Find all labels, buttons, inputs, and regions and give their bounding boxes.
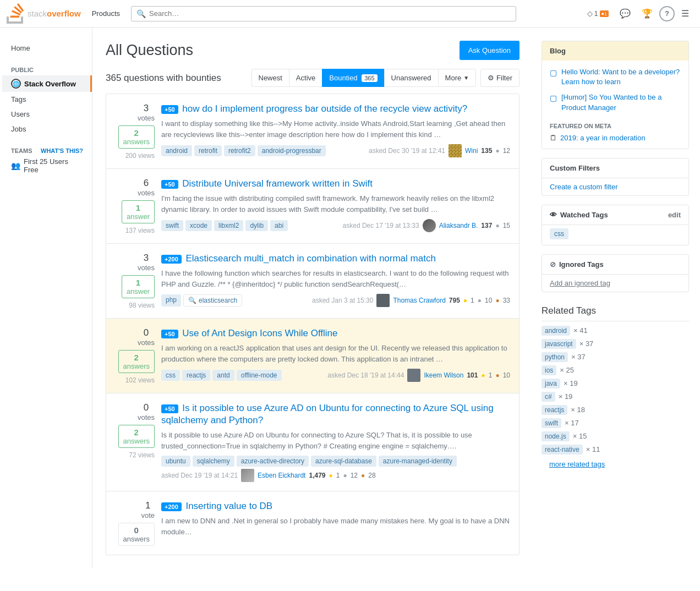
whats-this-link[interactable]: What's this? (41, 147, 83, 154)
related-tag[interactable]: android (542, 326, 570, 336)
avatar (423, 219, 436, 232)
tag-libxml2[interactable]: libxml2 (214, 220, 243, 231)
question-body: +200 Elasticsearch multi_match in combin… (161, 253, 510, 309)
question-tags-meta: css reactjs antd offline-mode asked Dec … (161, 369, 510, 382)
create-custom-filter-link[interactable]: Create a custom filter (542, 178, 688, 195)
user-name[interactable]: Aliaksandr B. (439, 222, 478, 229)
tab-newest[interactable]: Newest (251, 69, 289, 87)
user-name[interactable]: Wini (465, 147, 478, 155)
tag-swift[interactable]: swift (161, 220, 183, 231)
inbox-btn[interactable]: 💬 (615, 5, 635, 22)
related-tag[interactable]: python (542, 352, 568, 362)
bounty-badge: +200 (161, 255, 182, 264)
custom-filters-header: Custom Filters (542, 158, 688, 178)
blog-link[interactable]: [Humor] So You Wanted to be a Product Ma… (561, 92, 681, 112)
tag-dylib[interactable]: dylib (245, 220, 268, 231)
sidebar-item-tags[interactable]: Tags (2, 92, 92, 107)
tag-offline-mode[interactable]: offline-mode (237, 370, 282, 381)
avatar (449, 144, 462, 157)
user-name[interactable]: Esben Eickhardt (258, 472, 305, 479)
blog-link[interactable]: Hello World: Want to be a developer? Lea… (561, 67, 681, 87)
tag-elasticsearch[interactable]: 🔍elasticsearch (183, 294, 242, 307)
user-rep: 101 (467, 371, 478, 379)
tab-unanswered[interactable]: Unanswered (384, 69, 438, 87)
search-input[interactable] (149, 9, 511, 18)
tag-xcode[interactable]: xcode (185, 220, 212, 231)
ask-question-button[interactable]: Ask Question (460, 41, 519, 60)
question-title[interactable]: Use of Ant Design Icons While Offline (182, 328, 337, 338)
watched-edit-link[interactable]: edit (668, 211, 681, 219)
tag-retrofit[interactable]: retrofit (194, 145, 222, 156)
tag-css[interactable]: css (161, 370, 180, 381)
tag-antd[interactable]: antd (212, 370, 234, 381)
ignored-tags-box: ⊘ Ignored Tags Add an ignored tag (542, 254, 689, 292)
tag-android-progressbar[interactable]: android-progressbar (258, 145, 326, 156)
ignored-tags-header: ⊘ Ignored Tags (542, 255, 688, 275)
tag-android[interactable]: android (161, 145, 192, 156)
related-tag[interactable]: swift (542, 418, 561, 428)
related-tag[interactable]: ios (542, 365, 556, 375)
tab-active[interactable]: Active (289, 69, 322, 87)
header-icons: ◇ 1 ●1 💬 🏆 ? ☰ (583, 5, 693, 22)
user-gold-badge: ● (481, 371, 485, 379)
question-title[interactable]: Distribute Universal framework written i… (182, 178, 373, 189)
add-ignored-tag-link[interactable]: Add an ignored tag (542, 275, 688, 292)
question-title[interactable]: Elasticsearch multi_match in combination… (185, 253, 435, 264)
tag-azure-ad[interactable]: azure-active-directory (237, 456, 309, 467)
tag-azure-sql[interactable]: azure-sql-database (311, 456, 376, 467)
logo[interactable]: stackoverflow (7, 3, 81, 24)
question-title[interactable]: how do I implement progress bar outside … (182, 103, 467, 114)
question-title[interactable]: Is it possible to use Azure AD on Ubuntu… (161, 403, 494, 425)
related-tag[interactable]: react-native (542, 445, 583, 455)
question-title[interactable]: Inserting value to DB (185, 501, 272, 511)
related-tags-box: Related Tags android × 41 javascript × 3… (542, 301, 689, 474)
tag-ubuntu[interactable]: ubuntu (161, 456, 190, 467)
menu-btn[interactable]: ☰ (677, 5, 693, 22)
related-tag[interactable]: javascript (542, 339, 576, 349)
tag-reactjs[interactable]: reactjs (182, 370, 210, 381)
questions-meta: 365 questions with bounties Newest Activ… (106, 69, 519, 87)
question-stats: 0 votes 2 answers 102 views (115, 327, 155, 384)
question-excerpt: I'm facing the issue with distributing c… (161, 193, 510, 215)
sidebar-item-jobs[interactable]: Jobs (2, 122, 92, 136)
related-tag[interactable]: c# (542, 392, 555, 402)
eye-icon: 👁 (550, 211, 557, 219)
featured-label: Featured on Meta (550, 123, 681, 129)
answer-count: 2 answers (118, 425, 155, 448)
related-tag[interactable]: java (542, 379, 560, 388)
question-stats: 6 votes 1 answer 137 views (115, 178, 155, 234)
tag-php[interactable]: php (161, 294, 181, 307)
ban-icon: ⊘ (550, 260, 556, 269)
user-silver-badge: ● (478, 297, 482, 304)
achievements-trophy-btn[interactable]: 🏆 (637, 5, 657, 22)
watched-tag-css[interactable]: css (550, 228, 568, 239)
achievements-btn[interactable]: ◇ 1 ●1 (583, 6, 613, 21)
user-name[interactable]: Thomas Crawford (393, 297, 445, 304)
blog-box: Blog ▢ Hello World: Want to be a develop… (542, 41, 689, 149)
vote-count: 1 vote (141, 500, 155, 519)
header: stackoverflow Products 🔍 ◇ 1 ●1 💬 🏆 ? ☰ (0, 0, 700, 28)
more-related-tags-link[interactable]: more related tags (542, 458, 689, 474)
related-tags-header: Related Tags (542, 301, 689, 321)
sidebar-item-stackoverflow[interactable]: 🌐 Stack Overflow (2, 75, 92, 92)
sidebar-item-users[interactable]: Users (2, 107, 92, 122)
tag-retrofit2[interactable]: retrofit2 (224, 145, 255, 156)
help-btn[interactable]: ? (659, 6, 675, 21)
sidebar-item-home[interactable]: Home (2, 41, 92, 56)
user-name[interactable]: Ikeem Wilson (424, 371, 463, 379)
related-tag[interactable]: reactjs (542, 405, 567, 415)
tab-more[interactable]: More ▼ (438, 69, 477, 87)
bounty-badge: +50 (161, 404, 178, 413)
tag-abi[interactable]: abi (270, 220, 288, 231)
tab-bountied[interactable]: Bountied 365 (322, 69, 384, 87)
tag-azure-managed[interactable]: azure-managed-identity (379, 456, 457, 467)
products-nav[interactable]: Products (88, 7, 124, 20)
bounty-badge: +50 (161, 330, 178, 338)
tag-sqlalchemy[interactable]: sqlalchemy (193, 456, 234, 467)
filter-button[interactable]: ⚙ Filter (480, 69, 519, 87)
question-excerpt: I have the following function which sear… (161, 268, 510, 289)
related-tag[interactable]: node.js (542, 431, 570, 441)
question-body: +50 how do I implement progress bar outs… (161, 103, 510, 160)
featured-link[interactable]: 2019: a year in moderation (560, 134, 646, 142)
sidebar-item-first-team[interactable]: 👥 First 25 Users Free (11, 154, 83, 177)
